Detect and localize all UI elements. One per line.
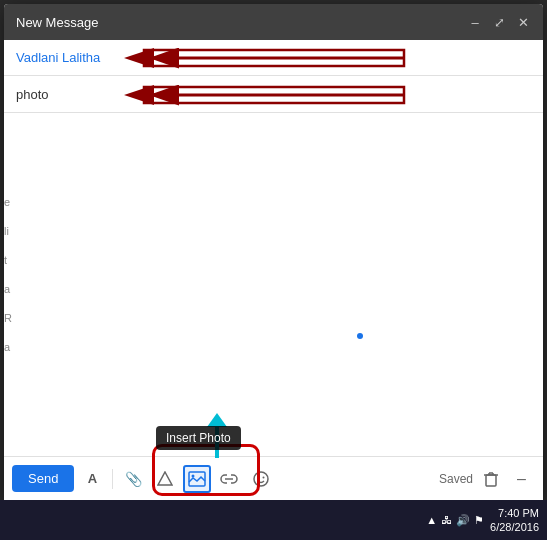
taskbar-system-icons: ▲ 🖧 🔊 ⚑ [426,514,484,527]
emoji-icon [253,471,269,487]
taskbar: ▲ 🖧 🔊 ⚑ 7:40 PM 6/28/2016 [0,500,547,540]
formatting-button[interactable]: A [78,465,106,493]
more-icon: – [517,470,525,488]
to-value[interactable]: Vadlani Lalitha [16,50,531,65]
svg-point-12 [192,474,195,477]
taskbar-time-value: 7:40 PM [490,506,539,520]
svg-point-14 [254,472,268,486]
taskbar-date-value: 6/28/2016 [490,520,539,534]
subject-field-row: photo [4,76,543,112]
text-format-icon: A [88,471,97,486]
title-bar: New Message – ⤢ ✕ [4,4,543,40]
toolbar-separator-1 [112,469,113,489]
minimize-button[interactable]: – [467,16,483,29]
to-field-row: Vadlani Lalitha [4,40,543,76]
compose-toolbar: Send A 📎 [4,456,543,500]
paperclip-icon: 📎 [125,471,142,487]
close-button[interactable]: ✕ [515,16,531,29]
delete-button[interactable] [477,465,505,493]
svg-marker-10 [158,472,172,485]
compose-window: New Message – ⤢ ✕ Vadlani Lali [4,4,543,500]
cursor-dot [357,333,363,339]
insert-link-button[interactable] [215,465,243,493]
drive-icon [157,471,173,487]
subject-value[interactable]: photo [16,87,531,102]
taskbar-datetime: 7:40 PM 6/28/2016 [490,506,539,535]
trash-icon [484,471,498,487]
saved-status: Saved [439,472,473,486]
google-drive-button[interactable] [151,465,179,493]
insert-photo-button[interactable] [183,465,211,493]
window-controls: – ⤢ ✕ [467,16,531,29]
volume-icon: 🔊 [456,514,470,527]
taskbar-arrow-icon: ▲ [426,514,437,526]
svg-point-16 [263,476,265,478]
toolbar-right-icons: – [477,465,535,493]
emoji-button[interactable] [247,465,275,493]
compose-body[interactable]: e li t a R a [4,113,543,456]
language-icon: ⚑ [474,514,484,527]
svg-rect-17 [486,475,496,486]
compose-fields: Vadlani Lalitha photo [4,40,543,113]
photo-icon [188,471,206,487]
sidebar-letters: e li t a R a [4,193,14,353]
link-icon [220,473,238,485]
attach-button[interactable]: 📎 [119,465,147,493]
expand-button[interactable]: ⤢ [491,16,507,29]
more-options-button[interactable]: – [507,465,535,493]
window-title: New Message [16,15,467,30]
network-icon: 🖧 [441,514,452,526]
send-button[interactable]: Send [12,465,74,492]
svg-point-15 [258,476,260,478]
